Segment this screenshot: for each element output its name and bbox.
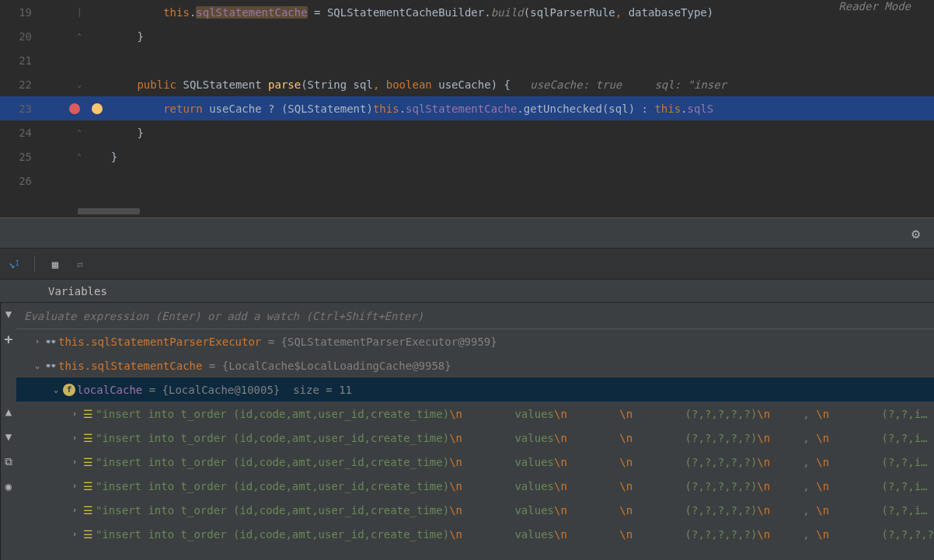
variable-row[interactable]: ›☰"insert into t_order (id,code,amt,user… <box>16 522 934 546</box>
variable-row-selected[interactable]: ⌄ f localCache = {LocalCache@10005} size… <box>16 377 934 402</box>
glasses-icon: 👓 <box>43 336 58 347</box>
code-editor[interactable]: Reader Mode 19 │ this.sqlStatementCache … <box>0 0 934 217</box>
view-link[interactable]: Vi <box>928 432 934 444</box>
line-number: 19 <box>0 6 35 19</box>
breakpoint-icon[interactable] <box>69 103 80 114</box>
intention-bulb-icon[interactable] <box>92 103 103 114</box>
debug-toolbar: ↘I ▦ ⇄ <box>0 249 934 280</box>
view-link[interactable]: Vi <box>928 504 934 517</box>
variables-tree[interactable]: › 👓 this.sqlStatementParserExecutor = {S… <box>16 329 934 560</box>
expand-icon[interactable]: › <box>69 506 80 514</box>
code-line-current[interactable]: 23 return useCache ? (SQLStatement)this.… <box>0 96 934 120</box>
variable-row[interactable]: ⌄ 👓 this.sqlStatementCache = {LocalCache… <box>16 353 934 377</box>
line-number: 26 <box>0 175 35 187</box>
view-link[interactable]: Vi <box>928 480 934 492</box>
collapse-icon[interactable]: ⌄ <box>51 385 61 394</box>
code-line[interactable]: 25 ⌃ } <box>0 144 934 169</box>
expand-icon[interactable]: › <box>69 457 80 466</box>
map-entry-icon: ☰ <box>80 480 96 492</box>
view-link[interactable]: Vi <box>928 408 934 420</box>
tool-window-header[interactable]: ⚙ <box>0 217 934 249</box>
horizontal-scrollbar[interactable] <box>78 208 140 214</box>
map-entry-icon: ☰ <box>80 504 96 517</box>
expand-icon[interactable]: › <box>69 433 80 442</box>
code-line[interactable]: 19 │ this.sqlStatementCache = SQLStateme… <box>0 0 934 24</box>
variable-row[interactable]: ›☰"insert into t_order (id,code,amt,user… <box>16 474 934 498</box>
code-line[interactable]: 24 ⌃ } <box>0 120 934 144</box>
collapse-icon[interactable]: ⌄ <box>32 361 43 370</box>
code-line[interactable]: 20 ⌃ } <box>0 24 934 48</box>
map-entry-icon: ☰ <box>80 432 96 444</box>
evaluate-expression-bar: Java▾ + <box>16 303 934 329</box>
code-line[interactable]: 22 ⌄ public SQLStatement parse(String sq… <box>0 72 934 96</box>
line-number: 25 <box>0 151 35 163</box>
eye-icon[interactable]: ◉ <box>1 478 16 494</box>
step-into-icon[interactable]: ↘I <box>6 256 22 272</box>
variable-row[interactable]: › 👓 this.sqlStatementParserExecutor = {S… <box>16 329 934 353</box>
map-entry-icon: ☰ <box>80 456 96 468</box>
expand-icon[interactable]: › <box>69 409 80 418</box>
adjust-icon[interactable]: ⇄ <box>72 256 88 272</box>
map-entry-icon: ☰ <box>80 408 96 420</box>
variable-row[interactable]: ›☰"insert into t_order (id,code,amt,user… <box>16 450 934 474</box>
glasses-icon: 👓 <box>43 360 58 371</box>
down-icon[interactable]: ▼ <box>1 429 16 444</box>
dropdown-icon[interactable]: ▼ <box>1 306 16 322</box>
line-number: 21 <box>0 54 35 67</box>
variables-tab[interactable]: Variables <box>0 280 934 303</box>
variable-row[interactable]: ›☰"insert into t_order (id,code,amt,user… <box>16 426 934 450</box>
gear-icon[interactable]: ⚙ <box>911 225 920 242</box>
up-icon[interactable]: ▲ <box>1 404 16 419</box>
code-line[interactable]: 26 <box>0 169 934 193</box>
debug-side-toolbar: ▼ + ▲ ▼ ⧉ ◉ <box>1 303 16 560</box>
expand-icon[interactable]: › <box>69 482 80 490</box>
line-number: 22 <box>0 78 35 91</box>
variable-row[interactable]: ›☰"insert into t_order (id,code,amt,user… <box>16 402 934 426</box>
line-number: 20 <box>0 30 35 43</box>
evaluate-input[interactable] <box>16 310 934 322</box>
line-number: 23 <box>0 103 35 115</box>
add-icon[interactable]: + <box>1 331 16 346</box>
copy-icon[interactable]: ⧉ <box>1 454 16 469</box>
expand-icon[interactable]: › <box>32 337 43 346</box>
field-icon: f <box>61 384 77 396</box>
reader-mode-hint: Reader Mode <box>838 0 911 12</box>
variables-tab-label: Variables <box>48 285 107 297</box>
line-number: 24 <box>0 127 35 139</box>
map-entry-icon: ☰ <box>80 528 96 541</box>
variable-row[interactable]: ›☰"insert into t_order (id,code,amt,user… <box>16 498 934 522</box>
code-line[interactable]: 21 <box>0 48 934 72</box>
expand-icon[interactable]: › <box>69 530 80 538</box>
calculator-icon[interactable]: ▦ <box>47 256 63 272</box>
view-link[interactable]: Vi <box>928 456 934 468</box>
